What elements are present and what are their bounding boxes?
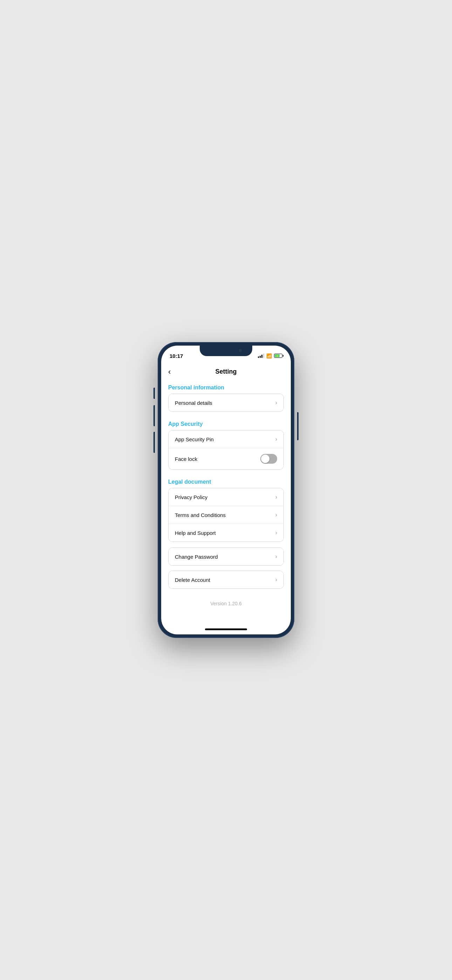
change-password-label: Change Password	[175, 554, 218, 560]
chevron-right-icon: ›	[275, 436, 277, 442]
volume-up-button	[153, 405, 155, 426]
change-password-card: Change Password ›	[168, 547, 284, 566]
app-security-card: App Security Pin › Face lock	[168, 430, 284, 470]
signal-icon	[258, 354, 264, 358]
phone-screen: 10:17 📶 ⚡	[161, 345, 291, 635]
privacy-policy-item[interactable]: Privacy Policy ›	[169, 488, 283, 506]
personal-details-label: Personal details	[175, 400, 212, 406]
personal-details-item[interactable]: Personal details ›	[169, 394, 283, 412]
screen-content: ‹ Setting Personal information Personal …	[161, 361, 291, 624]
chevron-right-icon: ›	[275, 494, 277, 500]
face-lock-toggle[interactable]	[260, 454, 277, 464]
delete-account-item[interactable]: Delete Account ›	[169, 571, 283, 589]
delete-account-card: Delete Account ›	[168, 571, 284, 589]
version-text: Version 1.20.6	[161, 594, 291, 610]
battery-icon: ⚡	[274, 354, 282, 358]
wifi-icon: 📶	[266, 353, 272, 359]
page-header: ‹ Setting	[161, 364, 291, 381]
face-lock-label: Face lock	[175, 456, 197, 462]
chevron-right-icon: ›	[275, 577, 277, 583]
chevron-right-icon: ›	[275, 512, 277, 518]
legal-document-card: Privacy Policy › Terms and Conditions › …	[168, 488, 284, 542]
app-security-pin-item[interactable]: App Security Pin ›	[169, 430, 283, 448]
app-security-pin-label: App Security Pin	[175, 436, 214, 442]
face-lock-item[interactable]: Face lock	[169, 448, 283, 469]
back-button[interactable]: ‹	[168, 368, 170, 376]
section-app-security: App Security App Security Pin › Face loc…	[161, 417, 291, 470]
delete-account-label: Delete Account	[175, 577, 210, 583]
toggle-knob	[261, 455, 269, 463]
help-support-item[interactable]: Help and Support ›	[169, 524, 283, 541]
page-title: Setting	[215, 368, 237, 375]
change-password-item[interactable]: Change Password ›	[169, 548, 283, 565]
home-indicator	[161, 624, 291, 635]
chevron-right-icon: ›	[275, 530, 277, 536]
privacy-policy-label: Privacy Policy	[175, 494, 207, 500]
home-bar	[205, 628, 247, 630]
terms-conditions-label: Terms and Conditions	[175, 512, 226, 518]
section-personal-information: Personal information Personal details ›	[161, 381, 291, 412]
help-support-label: Help and Support	[175, 530, 216, 536]
terms-conditions-item[interactable]: Terms and Conditions ›	[169, 506, 283, 524]
volume-down-button	[153, 432, 155, 453]
section-title-app-security: App Security	[161, 417, 291, 430]
status-time: 10:17	[170, 353, 183, 359]
section-title-legal-document: Legal document	[161, 475, 291, 488]
section-legal-document: Legal document Privacy Policy › Terms an…	[161, 475, 291, 542]
section-title-personal-information: Personal information	[161, 381, 291, 394]
phone-device: 10:17 📶 ⚡	[158, 342, 294, 638]
notch	[200, 345, 252, 356]
power-button	[297, 412, 299, 440]
chevron-right-icon: ›	[275, 554, 277, 560]
status-icons: 📶 ⚡	[258, 353, 282, 359]
personal-information-card: Personal details ›	[168, 394, 284, 412]
mute-button	[153, 388, 155, 399]
front-camera	[238, 348, 242, 353]
chevron-right-icon: ›	[275, 399, 277, 406]
